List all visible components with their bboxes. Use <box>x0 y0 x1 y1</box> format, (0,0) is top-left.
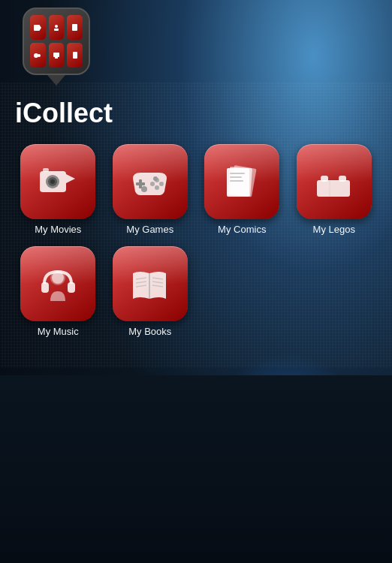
mini-icon-5 <box>49 43 65 68</box>
mini-icon-1 <box>30 15 46 40</box>
my-games-label: My Games <box>126 224 173 235</box>
my-books-label: My Books <box>128 326 171 337</box>
svg-rect-28 <box>230 173 245 174</box>
svg-rect-37 <box>68 282 75 293</box>
main-panel: iCollect My Movies <box>0 83 392 368</box>
my-movies-icon <box>20 144 95 219</box>
app-item-my-comics[interactable]: My Comics <box>199 144 285 235</box>
svg-rect-18 <box>136 182 145 185</box>
app-item-my-games[interactable]: My Games <box>107 144 194 235</box>
top-icon-box <box>23 8 90 75</box>
app-grid-row1: My Movies <box>15 144 377 235</box>
svg-point-38 <box>52 272 64 284</box>
svg-rect-31 <box>317 180 350 197</box>
my-legos-label: My Legos <box>313 224 355 235</box>
mini-icon-4 <box>30 43 46 68</box>
my-legos-icon <box>297 144 372 219</box>
my-games-icon <box>113 144 188 219</box>
app-item-my-movies[interactable]: My Movies <box>15 144 101 235</box>
svg-rect-32 <box>321 176 328 182</box>
svg-point-7 <box>38 54 41 57</box>
svg-point-21 <box>150 182 155 186</box>
app-title: iCollect <box>15 98 377 129</box>
svg-point-23 <box>141 186 147 192</box>
my-books-icon <box>113 246 188 321</box>
svg-point-22 <box>155 185 159 190</box>
mini-icon-6 <box>67 43 83 68</box>
app-item-my-books[interactable]: My Books <box>107 246 194 337</box>
app-item-my-legos[interactable]: My Legos <box>291 144 378 235</box>
svg-rect-30 <box>230 180 243 182</box>
bottom-area <box>0 375 392 563</box>
svg-rect-36 <box>41 282 49 293</box>
svg-point-14 <box>50 179 55 184</box>
mini-icon-3 <box>67 15 83 40</box>
my-music-label: My Music <box>38 326 79 337</box>
svg-rect-33 <box>339 176 346 182</box>
top-icon-area <box>23 8 90 86</box>
svg-rect-4 <box>72 24 77 31</box>
mini-icon-2 <box>49 15 65 40</box>
svg-rect-15 <box>43 168 49 172</box>
svg-rect-5 <box>74 26 76 26</box>
svg-rect-8 <box>53 53 59 57</box>
svg-marker-1 <box>40 26 41 30</box>
app-item-my-music[interactable]: My Music <box>15 246 101 337</box>
svg-rect-0 <box>34 25 40 31</box>
svg-rect-9 <box>55 57 58 59</box>
svg-rect-10 <box>73 52 77 59</box>
panel-arrow <box>47 75 65 86</box>
svg-point-20 <box>159 182 164 186</box>
my-comics-label: My Comics <box>218 224 266 235</box>
svg-point-2 <box>55 25 58 28</box>
my-music-icon <box>20 246 95 321</box>
app-grid-row2: My Music My Bo <box>15 246 377 337</box>
svg-rect-27 <box>227 168 249 197</box>
svg-point-24 <box>153 176 158 181</box>
svg-marker-16 <box>66 174 75 183</box>
my-movies-label: My Movies <box>35 224 81 235</box>
svg-rect-29 <box>230 176 242 178</box>
svg-rect-3 <box>54 29 59 31</box>
my-comics-icon <box>204 144 279 219</box>
